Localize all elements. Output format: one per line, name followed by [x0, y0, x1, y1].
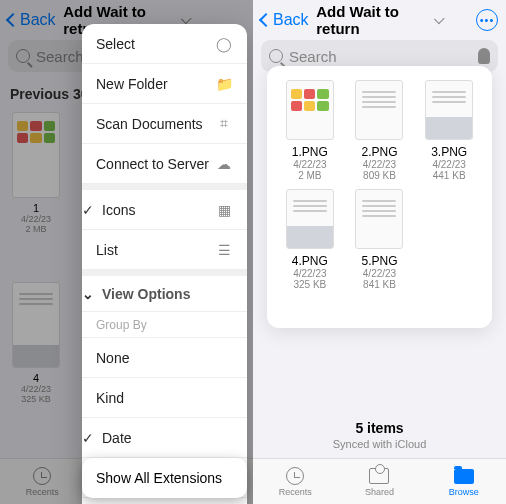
menu-group-by-label: Group By	[82, 312, 247, 338]
search-icon	[269, 49, 283, 63]
grid-icon: ▦	[215, 201, 233, 219]
thumbnail-image	[355, 80, 403, 140]
scan-icon: ⌗	[215, 115, 233, 133]
back-button[interactable]: Back	[261, 11, 309, 29]
file-item[interactable]: 5.PNG 4/22/23 841 KB	[347, 189, 413, 290]
file-name: 5.PNG	[361, 254, 397, 268]
file-date: 4/22/23	[293, 159, 326, 170]
thumbnail-image	[286, 189, 334, 249]
back-label: Back	[273, 11, 309, 29]
menu-list[interactable]: List☰	[82, 230, 247, 270]
left-pane: Back Add Wait to return Search Previous …	[0, 0, 253, 504]
sync-status: Synced with iCloud	[253, 438, 506, 450]
menu-icons[interactable]: ✓Icons▦	[82, 190, 247, 230]
thumbnail-image	[425, 80, 473, 140]
search-placeholder: Search	[289, 48, 472, 65]
menu-view-options: ⌄View Options	[82, 276, 247, 312]
file-size: 809 KB	[363, 170, 396, 181]
files-card: 1.PNG 4/22/23 2 MB 2.PNG 4/22/23 809 KB …	[267, 66, 492, 328]
right-pane: Back Add Wait to return ••• Search 1.PNG…	[253, 0, 506, 504]
shared-icon	[369, 468, 389, 484]
file-size: 441 KB	[433, 170, 466, 181]
menu-none[interactable]: None	[82, 338, 247, 378]
folder-plus-icon: 📁	[215, 75, 233, 93]
file-name: 4.PNG	[292, 254, 328, 268]
file-date: 4/22/23	[293, 268, 326, 279]
page-title[interactable]: Add Wait to return	[316, 3, 443, 37]
clock-icon	[286, 467, 304, 485]
tab-browse[interactable]: Browse	[422, 459, 506, 504]
more-button[interactable]: •••	[476, 9, 498, 31]
menu-shared-by[interactable]: Shared by	[82, 498, 247, 504]
file-size: 841 KB	[363, 279, 396, 290]
files-grid: 1.PNG 4/22/23 2 MB 2.PNG 4/22/23 809 KB …	[277, 80, 482, 290]
file-name: 1.PNG	[292, 145, 328, 159]
chevron-down-icon: ⌄	[82, 286, 96, 302]
menu-connect-server[interactable]: Connect to Server☁	[82, 144, 247, 184]
file-size: 325 KB	[293, 279, 326, 290]
tab-recents[interactable]: Recents	[253, 459, 337, 504]
nav-header: Back Add Wait to return •••	[253, 0, 506, 40]
menu-show-all-extensions[interactable]: Show All Extensions	[82, 458, 247, 498]
chevron-down-icon	[434, 13, 445, 24]
checkmark-icon: ✓	[82, 430, 96, 446]
item-count: 5 items	[253, 420, 506, 436]
status-bar: 5 items Synced with iCloud	[253, 420, 506, 450]
checkmark-icon: ✓	[82, 202, 96, 218]
menu-date[interactable]: ✓Date	[82, 418, 247, 458]
file-item[interactable]: 3.PNG 4/22/23 441 KB	[416, 80, 482, 181]
file-date: 4/22/23	[363, 159, 396, 170]
list-icon: ☰	[215, 241, 233, 259]
menu-select[interactable]: Select◯	[82, 24, 247, 64]
tab-shared[interactable]: Shared	[337, 459, 421, 504]
server-icon: ☁	[215, 155, 233, 173]
thumbnail-image	[355, 189, 403, 249]
menu-kind[interactable]: Kind	[82, 378, 247, 418]
file-item[interactable]: 2.PNG 4/22/23 809 KB	[347, 80, 413, 181]
menu-new-folder[interactable]: New Folder📁	[82, 64, 247, 104]
file-item[interactable]: 4.PNG 4/22/23 325 KB	[277, 189, 343, 290]
file-date: 4/22/23	[432, 159, 465, 170]
thumbnail-image	[286, 80, 334, 140]
mic-icon[interactable]	[478, 48, 490, 64]
chevron-left-icon	[259, 13, 273, 27]
file-name: 3.PNG	[431, 145, 467, 159]
ellipsis-icon: •••	[480, 14, 495, 26]
tab-bar: Recents Shared Browse	[253, 458, 506, 504]
menu-scan-documents[interactable]: Scan Documents⌗	[82, 104, 247, 144]
file-item[interactable]: 1.PNG 4/22/23 2 MB	[277, 80, 343, 181]
check-circle-icon: ◯	[215, 35, 233, 53]
file-date: 4/22/23	[363, 268, 396, 279]
file-name: 2.PNG	[361, 145, 397, 159]
folder-icon	[454, 469, 474, 484]
file-size: 2 MB	[298, 170, 321, 181]
context-menu: Select◯ New Folder📁 Scan Documents⌗ Conn…	[82, 24, 247, 504]
